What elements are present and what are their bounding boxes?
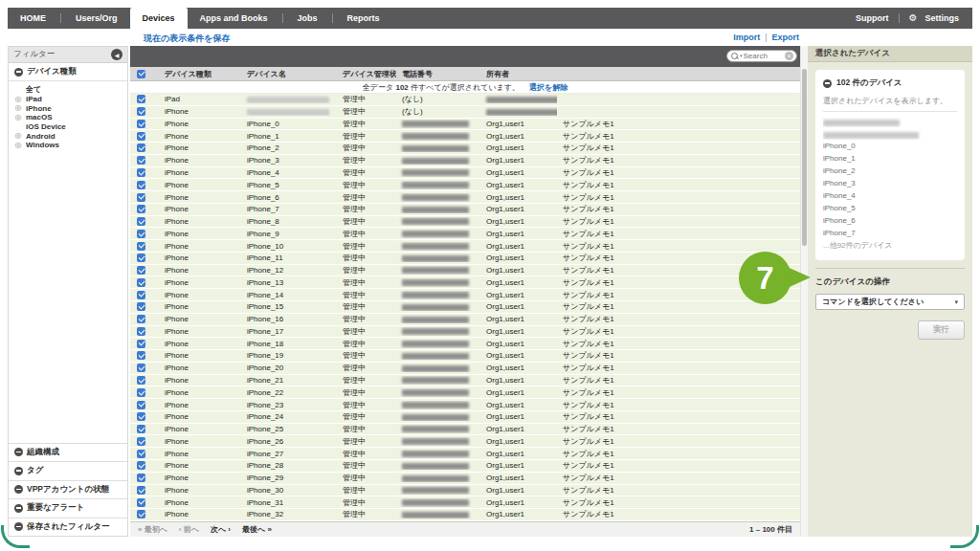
row-checkbox[interactable] [137, 230, 145, 238]
row-checkbox[interactable] [137, 242, 145, 251]
pagination-first[interactable]: « 最初へ [138, 524, 167, 535]
export-link[interactable]: Export [771, 33, 799, 42]
table-row[interactable]: iPhoneiPhone_15管理中Org1,user1サンプルメモ1 [130, 301, 800, 314]
column-header-device-type[interactable]: デバイス種類 [159, 69, 241, 79]
row-checkbox[interactable] [137, 132, 145, 141]
sidebar-section-item[interactable]: 重要なアラート [9, 498, 127, 518]
pagination-next[interactable]: 次へ › [211, 524, 231, 535]
sidebar-collapse-button[interactable]: ◀ [111, 49, 122, 60]
row-checkbox[interactable] [137, 95, 145, 103]
table-row[interactable]: iPhoneiPhone_20管理中Org1,user1サンプルメモ1 [130, 363, 800, 375]
row-checkbox[interactable] [137, 412, 145, 421]
column-header-status[interactable]: デバイス管理状態 [337, 69, 396, 79]
table-row[interactable]: iPhoneiPhone_2管理中Org1,user1サンプルメモ1 [130, 143, 800, 155]
nav-tab-devices[interactable]: Devices [130, 8, 188, 29]
row-checkbox[interactable] [137, 486, 145, 495]
row-checkbox[interactable] [137, 168, 145, 177]
table-row[interactable]: iPhoneiPhone_14管理中Org1,user1サンプルメモ1 [130, 289, 800, 301]
table-row[interactable]: iPhoneiPhone_12管理中Org1,user1サンプルメモ1 [130, 265, 800, 277]
row-checkbox[interactable] [137, 474, 145, 482]
table-scrollbar[interactable] [800, 46, 808, 537]
table-row[interactable]: iPhoneiPhone_21管理中Org1,user1サンプルメモ1 [130, 375, 800, 387]
pagination-last[interactable]: 最後へ » [242, 524, 272, 535]
support-link[interactable]: Support [856, 13, 889, 23]
sidebar-item-ipad[interactable]: ◎iPad [9, 95, 127, 104]
row-checkbox[interactable] [137, 156, 145, 165]
table-row[interactable]: iPhoneiPhone_3管理中Org1,user1サンプルメモ1 [130, 155, 800, 167]
sidebar-item-item[interactable]: ◎全て [9, 85, 127, 95]
table-row[interactable]: iPhoneiPhone_19管理中Org1,user1サンプルメモ1 [130, 350, 800, 363]
table-row[interactable]: iPhoneiPhone_4管理中Org1,user1サンプルメモ1 [130, 167, 800, 180]
search-scope-caret-icon[interactable]: ▾ [740, 54, 743, 58]
scrollbar-thumb[interactable] [802, 69, 807, 246]
row-checkbox[interactable] [137, 315, 145, 323]
row-checkbox[interactable] [137, 193, 145, 202]
nav-tab-apps-and-books[interactable]: Apps and Books [188, 8, 280, 29]
column-header-owner[interactable]: 所有者 [480, 69, 557, 79]
sidebar-item-macos[interactable]: ◎macOS [9, 113, 127, 122]
row-checkbox[interactable] [137, 278, 145, 287]
search-box[interactable]: ▾ × [726, 50, 797, 62]
row-checkbox[interactable] [137, 327, 145, 336]
table-row[interactable]: iPhoneiPhone_23管理中Org1,user1サンプルメモ1 [130, 399, 800, 411]
row-checkbox[interactable] [137, 376, 145, 385]
execute-button[interactable]: 実行 [918, 320, 965, 340]
sidebar-item-windows[interactable]: ◎Windows [9, 141, 127, 150]
row-checkbox[interactable] [137, 217, 145, 226]
search-input[interactable] [744, 52, 784, 60]
deselect-link[interactable]: 選択を解除 [529, 82, 568, 93]
row-checkbox[interactable] [137, 143, 145, 152]
column-header-phone[interactable]: 電話番号 [396, 69, 480, 79]
table-row[interactable]: iPhoneiPhone_17管理中Org1,user1サンプルメモ1 [130, 326, 800, 339]
sidebar-section-device-type[interactable]: デバイス種類 [9, 63, 127, 81]
row-checkbox[interactable] [137, 364, 145, 372]
table-row[interactable]: iPhoneiPhone_9管理中Org1,user1サンプルメモ1 [130, 228, 800, 240]
table-row[interactable]: iPhoneiPhone_7管理中Org1,user1サンプルメモ1 [130, 204, 800, 216]
table-row[interactable]: iPhoneiPhone_11管理中Org1,user1サンプルメモ1 [130, 253, 800, 265]
import-link[interactable]: Import [733, 33, 760, 42]
table-row[interactable]: iPhoneiPhone_25管理中Org1,user1サンプルメモ1 [130, 424, 800, 436]
nav-tab-reports[interactable]: Reports [335, 8, 392, 29]
sidebar-section-vpp[interactable]: VPPアカウントの状態 [9, 480, 127, 499]
nav-tab-users-org[interactable]: Users/Org [63, 8, 130, 29]
save-view-link[interactable]: 現在の表示条件を保存 [144, 33, 230, 45]
nav-tab-home[interactable]: HOME [8, 8, 58, 29]
sidebar-item-iphone[interactable]: ◎iPhone [9, 103, 127, 113]
select-all-checkbox[interactable] [137, 70, 145, 78]
sidebar-section-item[interactable]: タグ [9, 461, 127, 480]
row-checkbox[interactable] [137, 351, 145, 360]
row-checkbox[interactable] [137, 388, 145, 397]
table-row[interactable]: iPhoneiPhone_27管理中Org1,user1サンプルメモ1 [130, 448, 800, 460]
row-checkbox[interactable] [137, 205, 145, 213]
table-row[interactable]: iPhoneiPhone_31管理中Org1,user1サンプルメモ1 [130, 496, 800, 509]
column-header-device-name[interactable]: デバイス名 [241, 69, 337, 79]
table-row[interactable]: iPhoneiPhone_32管理中Org1,user1サンプルメモ1 [130, 509, 800, 521]
row-checkbox[interactable] [137, 266, 145, 275]
table-row[interactable]: iPhoneiPhone_0管理中Org1,user1サンプルメモ1 [130, 119, 800, 131]
table-row[interactable]: iPhoneiPhone_30管理中Org1,user1サンプルメモ1 [130, 485, 800, 497]
table-row[interactable]: iPhoneiPhone_5管理中Org1,user1サンプルメモ1 [130, 179, 800, 191]
command-select[interactable]: コマンドを選択してください ▾ [815, 294, 965, 310]
row-checkbox[interactable] [137, 510, 145, 518]
row-checkbox[interactable] [137, 401, 145, 409]
table-row[interactable]: iPhoneiPhone_18管理中Org1,user1サンプルメモ1 [130, 338, 800, 350]
sidebar-item-android[interactable]: ◎Android [9, 131, 127, 141]
row-checkbox[interactable] [137, 461, 145, 470]
row-checkbox[interactable] [137, 181, 145, 189]
table-row[interactable]: iPad管理中(なし) [130, 94, 800, 106]
table-row[interactable]: iPhoneiPhone_24管理中Org1,user1サンプルメモ1 [130, 411, 800, 424]
row-checkbox[interactable] [137, 425, 145, 433]
settings-link[interactable]: Settings [924, 13, 959, 23]
row-checkbox[interactable] [137, 291, 145, 299]
nav-tab-jobs[interactable]: Jobs [285, 8, 330, 29]
row-checkbox[interactable] [137, 340, 145, 348]
table-row[interactable]: iPhoneiPhone_1管理中Org1,user1サンプルメモ1 [130, 130, 800, 143]
table-row[interactable]: iPhoneiPhone_16管理中Org1,user1サンプルメモ1 [130, 314, 800, 326]
table-row[interactable]: iPhoneiPhone_10管理中Org1,user1サンプルメモ1 [130, 240, 800, 253]
search-clear-icon[interactable]: × [785, 52, 793, 60]
table-row[interactable]: iPhoneiPhone_13管理中Org1,user1サンプルメモ1 [130, 276, 800, 289]
sidebar-item-ios-device[interactable]: ◎iOS Device [9, 122, 127, 132]
table-row[interactable]: iPhoneiPhone_26管理中Org1,user1サンプルメモ1 [130, 435, 800, 448]
table-row[interactable]: iPhone管理中(なし) [130, 106, 800, 119]
pagination-prev[interactable]: ‹ 前へ [179, 524, 199, 535]
